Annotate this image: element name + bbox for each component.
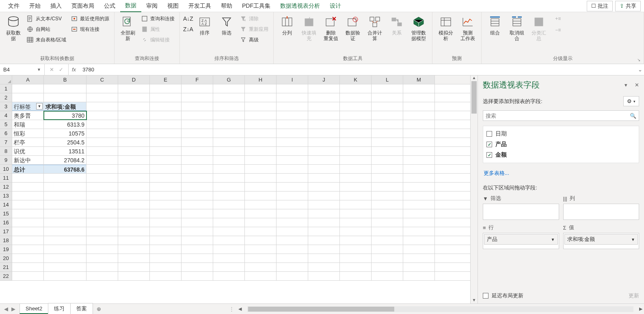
cell[interactable] bbox=[277, 102, 308, 111]
cell[interactable] bbox=[403, 84, 435, 93]
cell[interactable] bbox=[372, 191, 403, 200]
select-all-corner[interactable] bbox=[0, 75, 12, 84]
sheet-tab-answer[interactable]: 答案 bbox=[70, 303, 93, 314]
from-web-button[interactable]: 自网站 bbox=[25, 24, 68, 34]
cell[interactable] bbox=[118, 191, 150, 200]
cell[interactable] bbox=[308, 183, 340, 191]
cell[interactable] bbox=[277, 254, 308, 262]
cell[interactable] bbox=[308, 209, 340, 218]
checkbox-date[interactable] bbox=[486, 131, 492, 137]
col-header-E[interactable]: E bbox=[150, 75, 182, 84]
cell[interactable] bbox=[308, 191, 340, 200]
col-header-H[interactable]: H bbox=[245, 75, 277, 84]
cell[interactable] bbox=[44, 174, 86, 182]
cell[interactable] bbox=[118, 138, 150, 146]
cell[interactable] bbox=[340, 227, 372, 236]
cell[interactable] bbox=[403, 245, 435, 254]
sheet-nav-prev-icon[interactable]: ◀ bbox=[4, 306, 8, 312]
sort-asc-button[interactable]: A↓Z bbox=[183, 14, 193, 24]
cell[interactable] bbox=[182, 174, 213, 182]
col-header-C[interactable]: C bbox=[86, 75, 118, 84]
cell[interactable] bbox=[277, 200, 308, 209]
item-dropdown-icon[interactable]: ▼ bbox=[631, 237, 635, 242]
cell[interactable] bbox=[12, 227, 44, 236]
row-header-9[interactable]: 9 bbox=[0, 156, 12, 164]
cell[interactable] bbox=[44, 93, 86, 102]
cell[interactable] bbox=[182, 102, 213, 111]
cell[interactable] bbox=[372, 263, 403, 271]
cell[interactable] bbox=[44, 245, 86, 254]
cell[interactable] bbox=[245, 165, 277, 173]
pivot-row-label[interactable]: 识优 bbox=[12, 147, 44, 155]
tab-help[interactable]: 帮助 bbox=[216, 0, 237, 12]
cell[interactable] bbox=[308, 84, 340, 93]
cell[interactable] bbox=[213, 138, 245, 146]
cell[interactable] bbox=[403, 236, 435, 245]
cell[interactable] bbox=[340, 263, 372, 271]
cell[interactable] bbox=[182, 183, 213, 191]
data-validation-button[interactable]: 数据验 证 bbox=[343, 14, 363, 43]
cell[interactable] bbox=[182, 236, 213, 245]
cell[interactable] bbox=[86, 147, 118, 155]
pane-close-icon[interactable]: ✕ bbox=[635, 82, 639, 88]
existing-connections-button[interactable]: 现有连接 bbox=[69, 24, 111, 34]
pivot-total-value[interactable]: 63768.6 bbox=[44, 165, 86, 173]
cell[interactable] bbox=[150, 191, 182, 200]
sort-button[interactable]: Z AA Z 排序 bbox=[194, 14, 215, 37]
col-header-D[interactable]: D bbox=[118, 75, 150, 84]
cell[interactable] bbox=[277, 245, 308, 254]
cell[interactable] bbox=[213, 272, 245, 280]
cell[interactable] bbox=[44, 200, 86, 209]
cell[interactable] bbox=[340, 200, 372, 209]
name-box[interactable]: B4 ▼ bbox=[0, 64, 45, 75]
pivot-row-label[interactable]: 栏亭 bbox=[12, 138, 44, 146]
cell[interactable] bbox=[118, 120, 150, 129]
advanced-filter-button[interactable]: 高级 bbox=[238, 35, 270, 45]
cell[interactable] bbox=[308, 165, 340, 173]
item-dropdown-icon[interactable]: ▼ bbox=[551, 237, 555, 242]
cell[interactable] bbox=[340, 254, 372, 262]
field-item-amount[interactable]: 金额 bbox=[486, 150, 636, 160]
cell[interactable] bbox=[372, 165, 403, 173]
pivot-value-header[interactable]: 求和项:金额 bbox=[44, 102, 86, 111]
cell[interactable] bbox=[150, 200, 182, 209]
cell[interactable] bbox=[403, 218, 435, 227]
cell[interactable] bbox=[308, 120, 340, 129]
pivot-row-label[interactable]: 恒彩 bbox=[12, 129, 44, 138]
tab-pdf[interactable]: PDF工具集 bbox=[237, 0, 275, 12]
cell[interactable] bbox=[403, 183, 435, 191]
cell[interactable] bbox=[150, 227, 182, 236]
cell[interactable] bbox=[245, 93, 277, 102]
cell[interactable] bbox=[213, 227, 245, 236]
col-header-I[interactable]: I bbox=[277, 75, 308, 84]
row-header-20[interactable]: 20 bbox=[0, 254, 12, 262]
row-header-11[interactable]: 11 bbox=[0, 174, 12, 182]
tab-file[interactable]: 文件 bbox=[3, 0, 24, 12]
cell[interactable] bbox=[372, 245, 403, 254]
cell[interactable] bbox=[150, 263, 182, 271]
field-search[interactable]: 🔍 bbox=[483, 110, 639, 121]
cell[interactable] bbox=[213, 93, 245, 102]
row-header-22[interactable]: 22 bbox=[0, 272, 12, 280]
tab-review[interactable]: 审阅 bbox=[141, 0, 162, 12]
cell[interactable] bbox=[403, 174, 435, 182]
cell[interactable] bbox=[340, 120, 372, 129]
group-button[interactable]: 组合 bbox=[485, 14, 505, 37]
cell[interactable] bbox=[150, 147, 182, 155]
cell[interactable] bbox=[308, 156, 340, 164]
cell[interactable] bbox=[12, 93, 44, 102]
cell[interactable] bbox=[277, 209, 308, 218]
cell[interactable] bbox=[150, 111, 182, 120]
cell[interactable] bbox=[12, 236, 44, 245]
cell[interactable] bbox=[213, 218, 245, 227]
cell[interactable] bbox=[150, 245, 182, 254]
cell[interactable] bbox=[372, 272, 403, 280]
cell[interactable] bbox=[308, 138, 340, 146]
cell[interactable] bbox=[245, 227, 277, 236]
cell[interactable] bbox=[277, 174, 308, 182]
cell[interactable] bbox=[340, 245, 372, 254]
cell[interactable] bbox=[86, 84, 118, 93]
tab-page-layout[interactable]: 页面布局 bbox=[67, 0, 99, 12]
cell[interactable] bbox=[403, 156, 435, 164]
cell[interactable] bbox=[277, 147, 308, 155]
